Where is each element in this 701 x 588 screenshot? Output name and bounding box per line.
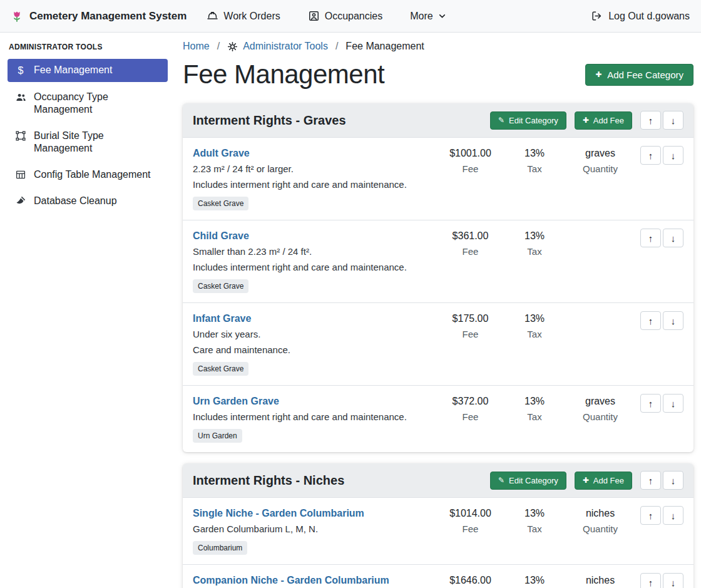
quantity-label: Quantity [566, 162, 635, 177]
arrow-up-icon: ↑ [648, 233, 653, 244]
fee-reorder-controls: ↑ ↓ [640, 573, 683, 588]
broom-icon [14, 195, 28, 207]
move-fee-down-button[interactable]: ↓ [663, 229, 683, 247]
tax-value: 13% [503, 573, 566, 588]
sidebar-item-burial-site-type-management[interactable]: Burial Site Type Management [8, 125, 168, 160]
fee-tax: 13% Tax [503, 394, 566, 425]
move-fee-down-button[interactable]: ↓ [663, 311, 683, 330]
fee-type-badge: Casket Grave [193, 197, 248, 210]
fee-name-link[interactable]: Child Grave [193, 229, 249, 244]
fee-amount: $361.00 Fee [437, 229, 503, 259]
breadcrumb-admin-tools-link[interactable]: Administrator Tools [227, 41, 328, 52]
nav-more[interactable]: More [410, 11, 446, 22]
logout-button[interactable]: Log Out d.gowans [591, 10, 691, 22]
tax-value: 13% [503, 229, 566, 244]
breadcrumb-home-link[interactable]: Home [183, 41, 210, 52]
move-category-up-button[interactable]: ↑ [640, 471, 661, 490]
move-fee-down-button[interactable]: ↓ [663, 573, 683, 588]
nav-occupancies-label: Occupancies [325, 11, 383, 22]
nav-occupancies[interactable]: Occupancies [308, 10, 383, 22]
fee-description: Garden Columbarium L, M, N. [193, 522, 437, 537]
arrow-down-icon: ↓ [671, 510, 676, 521]
move-fee-up-button[interactable]: ↑ [640, 311, 661, 330]
frame-plot-icon [14, 130, 28, 142]
fee-info: Companion Niche - Garden Columbarium Gar… [193, 573, 437, 588]
edit-category-button[interactable]: ✎ Edit Category [490, 472, 566, 490]
table-icon [14, 169, 28, 180]
arrow-up-icon: ↑ [648, 150, 653, 161]
fee-name-link[interactable]: Adult Grave [193, 146, 250, 161]
tax-label: Tax [503, 522, 566, 537]
sidebar-item-occupancy-type-management[interactable]: Occupancy Type Management [8, 86, 168, 121]
sidebar-item-config-table-management[interactable]: Config Table Management [8, 163, 168, 186]
main-nav: Work Orders Occupancies More [207, 10, 446, 22]
fee-info: Infant Grave Under six years. Care and m… [193, 311, 437, 376]
fee-amount: $1001.00 Fee [437, 146, 503, 177]
fee-tax: 13% Tax [503, 506, 566, 537]
add-fee-label: Add Fee [593, 116, 624, 125]
logout-icon [591, 10, 603, 22]
fee-name-link[interactable]: Infant Grave [193, 311, 251, 326]
fee-label: Fee [437, 327, 503, 342]
arrow-down-icon: ↓ [671, 475, 676, 486]
tax-value: 13% [503, 146, 566, 161]
fee-type-badge: Urn Garden [193, 429, 242, 443]
fee-tax: 13% Tax [503, 311, 566, 342]
nav-work-orders[interactable]: Work Orders [207, 10, 280, 22]
app-title: Cemetery Management System [29, 10, 187, 23]
fee-name-link[interactable]: Companion Niche - Garden Columbarium [193, 573, 389, 588]
fee-name-link[interactable]: Urn Garden Grave [193, 394, 279, 409]
arrow-up-icon: ↑ [648, 398, 653, 409]
fee-type-badge: Casket Grave [193, 362, 248, 376]
quantity-label: Quantity [566, 410, 635, 425]
sidebar-item-database-cleanup[interactable]: Database Cleanup [8, 190, 168, 212]
fee-amount: $1646.00 Fee [437, 573, 503, 588]
fee-name-link[interactable]: Single Niche - Garden Columbarium [193, 506, 364, 521]
category-header: Interment Rights - Niches ✎ Edit Categor… [183, 463, 693, 498]
plus-icon: ✚ [595, 71, 601, 78]
move-fee-up-button[interactable]: ↑ [640, 229, 661, 247]
arrow-up-icon: ↑ [648, 577, 653, 588]
arrow-up-icon: ↑ [648, 115, 653, 126]
move-fee-up-button[interactable]: ↑ [640, 394, 661, 413]
move-fee-up-button[interactable]: ↑ [640, 506, 661, 525]
move-category-down-button[interactable]: ↓ [663, 111, 683, 130]
move-fee-up-button[interactable]: ↑ [640, 573, 661, 588]
fee-value: $361.00 [437, 229, 503, 244]
sidebar-item-label: Config Table Management [34, 168, 151, 181]
sidebar-item-fee-management[interactable]: $ Fee Management [8, 59, 168, 82]
breadcrumb: Home / Administrator Tools / Fee Managem… [183, 41, 693, 52]
move-fee-down-button[interactable]: ↓ [663, 146, 683, 165]
arrow-up-icon: ↑ [648, 475, 653, 486]
nav-work-orders-label: Work Orders [223, 11, 280, 22]
add-fee-category-label: Add Fee Category [607, 70, 683, 80]
category-actions: ✎ Edit Category ✚ Add Fee ↑ ↓ [490, 111, 683, 130]
add-fee-button[interactable]: ✚ Add Fee [575, 472, 632, 490]
move-fee-up-button[interactable]: ↑ [640, 146, 661, 165]
nav-more-label: More [410, 11, 432, 22]
category-title: Interment Rights - Niches [193, 473, 344, 488]
edit-category-button[interactable]: ✎ Edit Category [490, 111, 566, 130]
fee-info: Urn Garden Grave Includes interment righ… [193, 394, 437, 443]
fee-reorder-controls: ↑ ↓ [640, 146, 683, 165]
move-category-down-button[interactable]: ↓ [663, 471, 683, 490]
sidebar-heading: ADMINISTRATOR TOOLS [8, 40, 168, 59]
page-title: Fee Management [183, 59, 384, 90]
fee-description: Care and maintenance. [193, 343, 437, 358]
add-fee-category-button[interactable]: ✚ Add Fee Category [585, 64, 693, 86]
main-content: Home / Administrator Tools / Fee Managem… [175, 33, 701, 588]
fee-reorder-controls: ↑ ↓ [640, 311, 683, 330]
fee-row: Single Niche - Garden Columbarium Garden… [183, 498, 693, 564]
move-fee-down-button[interactable]: ↓ [663, 506, 683, 525]
fee-reorder-controls: ↑ ↓ [640, 229, 683, 247]
edit-category-label: Edit Category [509, 476, 558, 485]
tax-label: Tax [503, 327, 566, 342]
category-title: Interment Rights - Graves [193, 113, 346, 128]
move-fee-down-button[interactable]: ↓ [663, 394, 683, 413]
add-fee-button[interactable]: ✚ Add Fee [575, 111, 632, 130]
sidebar-item-label: Database Cleanup [34, 195, 117, 207]
move-category-up-button[interactable]: ↑ [640, 111, 661, 130]
tax-value: 13% [503, 311, 566, 326]
top-navbar: Cemetery Management System Work Orders [0, 0, 701, 33]
app-brand[interactable]: Cemetery Management System [10, 9, 187, 23]
